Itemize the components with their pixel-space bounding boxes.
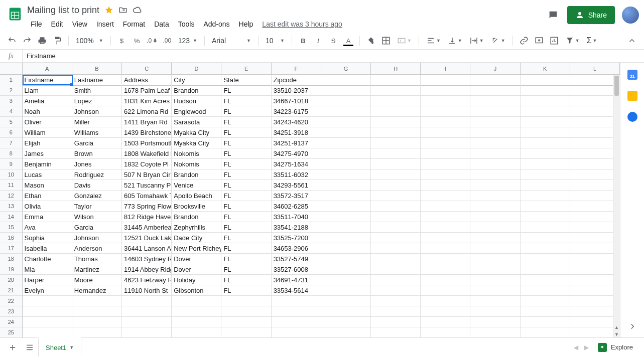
cell[interactable] xyxy=(371,201,421,212)
cell[interactable]: 1411 Bryan Rd xyxy=(122,117,172,127)
cell[interactable]: 1914 Abbey Ridg xyxy=(122,264,172,275)
cell[interactable]: Lopez xyxy=(72,96,122,106)
cell[interactable] xyxy=(521,233,570,243)
cell[interactable] xyxy=(371,85,421,96)
cell[interactable]: 33534-5614 xyxy=(272,285,321,296)
fill-color-button[interactable] xyxy=(364,34,378,47)
cell[interactable] xyxy=(421,96,470,106)
row-header[interactable]: 22 xyxy=(0,296,23,306)
text-rotation-button[interactable]: ▼ xyxy=(488,34,508,47)
cell[interactable] xyxy=(23,327,72,337)
cell[interactable] xyxy=(470,285,520,296)
cell[interactable] xyxy=(321,327,371,337)
cell[interactable]: Amelia xyxy=(23,96,72,106)
cell[interactable] xyxy=(371,138,421,148)
cell[interactable] xyxy=(470,243,520,254)
cell[interactable] xyxy=(470,75,520,85)
insert-link-button[interactable] xyxy=(517,34,531,47)
cell[interactable] xyxy=(371,96,421,106)
cell[interactable] xyxy=(321,106,371,117)
comments-icon[interactable] xyxy=(546,8,560,22)
cell[interactable] xyxy=(321,222,371,233)
cell[interactable] xyxy=(72,306,122,317)
cell[interactable] xyxy=(521,285,570,296)
cell[interactable]: Anderson xyxy=(72,243,122,254)
add-sheet-button[interactable]: ＋ xyxy=(4,340,21,355)
cell[interactable] xyxy=(321,275,371,285)
cell[interactable]: FL xyxy=(221,275,271,285)
cell[interactable] xyxy=(521,117,570,127)
cell[interactable] xyxy=(470,106,520,117)
cell[interactable]: Liam xyxy=(23,85,72,96)
row-header[interactable]: 7 xyxy=(0,138,23,148)
cell[interactable] xyxy=(321,148,371,159)
cell[interactable] xyxy=(321,138,371,148)
cell[interactable] xyxy=(272,296,321,306)
cell[interactable] xyxy=(521,169,570,180)
cell[interactable]: Gonzalez xyxy=(72,191,122,201)
menu-tools[interactable]: Tools xyxy=(175,18,198,30)
cell[interactable]: Holiday xyxy=(172,275,221,285)
cell[interactable] xyxy=(371,222,421,233)
cell[interactable] xyxy=(371,180,421,191)
cell[interactable] xyxy=(470,327,520,337)
cell[interactable]: FL xyxy=(221,169,271,180)
cell[interactable] xyxy=(221,317,271,327)
cell[interactable] xyxy=(470,127,520,138)
cell[interactable]: 507 N Bryan Cir xyxy=(122,169,172,180)
cell[interactable] xyxy=(421,159,470,169)
cell[interactable]: Johnson xyxy=(72,233,122,243)
cell[interactable] xyxy=(371,317,421,327)
undo-button[interactable] xyxy=(5,34,19,47)
share-button[interactable]: Share xyxy=(567,6,615,24)
row-header[interactable]: 9 xyxy=(0,159,23,169)
cell[interactable]: Ava xyxy=(23,222,72,233)
cell[interactable]: 34223-6175 xyxy=(272,106,321,117)
cell[interactable]: 33541-2188 xyxy=(272,222,321,233)
cell[interactable] xyxy=(321,85,371,96)
cell[interactable]: FL xyxy=(221,180,271,191)
cell[interactable] xyxy=(470,201,520,212)
cell[interactable]: 34691-4731 xyxy=(272,275,321,285)
cell[interactable]: Davis xyxy=(72,180,122,191)
cell[interactable] xyxy=(470,180,520,191)
cell[interactable]: 34251-3918 xyxy=(272,127,321,138)
format-percent-button[interactable]: % xyxy=(130,34,144,47)
cell[interactable]: Sarasota xyxy=(172,117,221,127)
cell[interactable]: FL xyxy=(221,191,271,201)
cell[interactable]: Zephyrhills xyxy=(172,222,221,233)
menu-data[interactable]: Data xyxy=(151,18,173,30)
cell[interactable] xyxy=(371,254,421,264)
cell[interactable]: Sophia xyxy=(23,233,72,243)
cell[interactable]: Dade City xyxy=(172,233,221,243)
cell[interactable]: 33510-2037 xyxy=(272,85,321,96)
cell[interactable] xyxy=(122,327,172,337)
cell[interactable] xyxy=(371,117,421,127)
cell[interactable] xyxy=(321,191,371,201)
cell[interactable]: FL xyxy=(221,222,271,233)
cell[interactable] xyxy=(421,243,470,254)
cell[interactable]: 622 Limona Rd xyxy=(122,106,172,117)
select-all-corner[interactable] xyxy=(0,63,23,74)
cell[interactable]: Myakka City xyxy=(172,127,221,138)
row-header[interactable]: 16 xyxy=(0,233,23,243)
cell[interactable]: 33527-6008 xyxy=(272,264,321,275)
cell[interactable] xyxy=(521,148,570,159)
cell[interactable] xyxy=(371,106,421,117)
cell[interactable] xyxy=(172,327,221,337)
cell[interactable]: 34275-1634 xyxy=(272,159,321,169)
cell[interactable]: 1678 Palm Leaf xyxy=(122,85,172,96)
cell[interactable]: FL xyxy=(221,85,271,96)
cell[interactable] xyxy=(221,296,271,306)
cell[interactable]: Brandon xyxy=(172,85,221,96)
cell[interactable] xyxy=(521,138,570,148)
row-header[interactable]: 21 xyxy=(0,285,23,296)
cell[interactable] xyxy=(371,212,421,222)
row-header[interactable]: 20 xyxy=(0,275,23,285)
cell[interactable] xyxy=(321,243,371,254)
cell[interactable]: FL xyxy=(221,96,271,106)
merge-cells-button[interactable]: ▼ xyxy=(394,34,415,47)
cell[interactable]: FL xyxy=(221,285,271,296)
column-header-H[interactable]: H xyxy=(371,63,421,74)
cell[interactable] xyxy=(470,275,520,285)
